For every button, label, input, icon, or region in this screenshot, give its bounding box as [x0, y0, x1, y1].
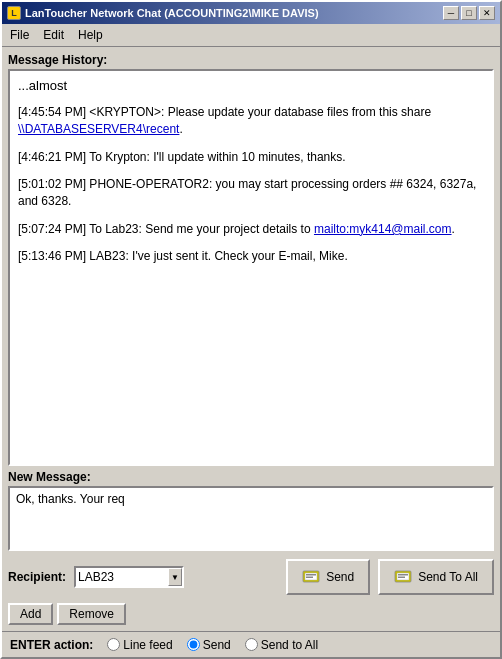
- message-4: [5:07:24 PM] To Lab23: Send me your proj…: [18, 221, 484, 238]
- all-controls: Recipient: LAB23 KRYPTON PHONE-OPERATOR2…: [8, 559, 494, 625]
- minimize-button[interactable]: ─: [443, 6, 459, 20]
- svg-rect-2: [306, 574, 316, 576]
- add-button[interactable]: Add: [8, 603, 53, 625]
- window-title: LanToucher Network Chat (ACCOUNTING2\MIK…: [25, 7, 319, 19]
- radio-send-to-all[interactable]: Send to All: [245, 638, 318, 652]
- msg1-link[interactable]: \\DATABASESERVER4\recent: [18, 122, 179, 136]
- menu-file[interactable]: File: [4, 26, 35, 44]
- send-buttons-row: Send Send To All: [286, 559, 494, 595]
- send-icon: [302, 568, 320, 586]
- title-bar: L LanToucher Network Chat (ACCOUNTING2\M…: [2, 2, 500, 24]
- radio-line-feed-input[interactable]: [107, 638, 120, 651]
- msg5-text: [5:13:46 PM] LAB23: I've just sent it. C…: [18, 249, 348, 263]
- msg2-text: [4:46:21 PM] To Krypton: I'll update wit…: [18, 150, 346, 164]
- msg3-text: [5:01:02 PM] PHONE-OPERATOR2: you may st…: [18, 177, 476, 208]
- maximize-button[interactable]: □: [461, 6, 477, 20]
- svg-rect-7: [398, 577, 405, 579]
- message-3: [5:01:02 PM] PHONE-OPERATOR2: you may st…: [18, 176, 484, 211]
- title-bar-buttons: ─ □ ✕: [443, 6, 495, 20]
- new-message-input[interactable]: Ok, thanks. Your req: [8, 486, 494, 551]
- radio-line-feed[interactable]: Line feed: [107, 638, 172, 652]
- message-2: [4:46:21 PM] To Krypton: I'll update wit…: [18, 149, 484, 166]
- recipient-label: Recipient:: [8, 570, 66, 584]
- main-window: L LanToucher Network Chat (ACCOUNTING2\M…: [0, 0, 502, 659]
- new-message-label: New Message:: [8, 470, 494, 484]
- message-history-label: Message History:: [8, 53, 494, 67]
- title-bar-left: L LanToucher Network Chat (ACCOUNTING2\M…: [7, 6, 319, 20]
- svg-rect-6: [398, 574, 408, 576]
- menu-help[interactable]: Help: [72, 26, 109, 44]
- radio-send-to-all-label: Send to All: [261, 638, 318, 652]
- add-remove-row: Add Remove: [8, 603, 494, 625]
- remove-button[interactable]: Remove: [57, 603, 126, 625]
- recipient-and-buttons: Recipient: LAB23 KRYPTON PHONE-OPERATOR2…: [8, 559, 494, 595]
- send-to-all-icon: [394, 568, 412, 586]
- message-5: [5:13:46 PM] LAB23: I've just sent it. C…: [18, 248, 484, 265]
- msg4-text: [5:07:24 PM] To Lab23: Send me your proj…: [18, 222, 314, 236]
- send-button[interactable]: Send: [286, 559, 370, 595]
- msg4-link[interactable]: mailto:myk414@mail.com: [314, 222, 452, 236]
- send-to-all-button-label: Send To All: [418, 570, 478, 584]
- msg1-text: [4:45:54 PM] <KRYPTON>: Please update yo…: [18, 105, 431, 119]
- message-history-section: Message History: ...almost [4:45:54 PM] …: [8, 53, 494, 466]
- radio-line-feed-label: Line feed: [123, 638, 172, 652]
- svg-rect-3: [306, 577, 313, 579]
- radio-send-to-all-input[interactable]: [245, 638, 258, 651]
- msg-almost: ...almost: [18, 77, 484, 96]
- enter-action-label: ENTER action:: [10, 638, 93, 652]
- msg1-suffix: .: [179, 122, 182, 136]
- message-history-box[interactable]: ...almost [4:45:54 PM] <KRYPTON>: Please…: [8, 69, 494, 466]
- menu-edit[interactable]: Edit: [37, 26, 70, 44]
- radio-send-label: Send: [203, 638, 231, 652]
- recipient-dropdown[interactable]: LAB23 KRYPTON PHONE-OPERATOR2 All: [74, 566, 184, 588]
- recipient-combo-wrapper: LAB23 KRYPTON PHONE-OPERATOR2 All ▼: [74, 566, 184, 588]
- status-bar: ENTER action: Line feed Send Send to All: [2, 631, 500, 657]
- message-1: [4:45:54 PM] <KRYPTON>: Please update yo…: [18, 104, 484, 139]
- main-content: Message History: ...almost [4:45:54 PM] …: [2, 47, 500, 631]
- radio-send-input[interactable]: [187, 638, 200, 651]
- radio-send[interactable]: Send: [187, 638, 231, 652]
- send-button-label: Send: [326, 570, 354, 584]
- send-to-all-button[interactable]: Send To All: [378, 559, 494, 595]
- close-button[interactable]: ✕: [479, 6, 495, 20]
- app-icon: L: [7, 6, 21, 20]
- msg4-suffix: .: [452, 222, 455, 236]
- new-message-section: New Message: Ok, thanks. Your req: [8, 470, 494, 551]
- menu-bar: File Edit Help: [2, 24, 500, 47]
